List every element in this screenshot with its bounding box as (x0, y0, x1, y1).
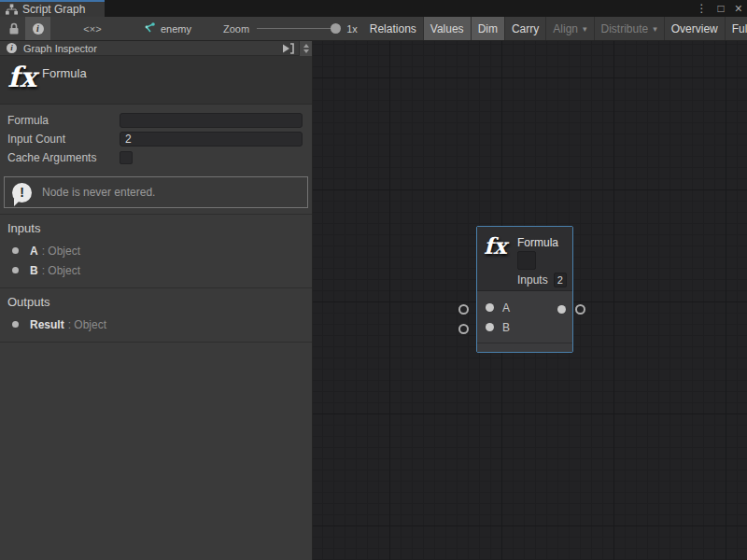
distribute-dropdown[interactable]: Distribute ▾ (594, 17, 664, 40)
input-count-input[interactable] (120, 132, 303, 147)
node-inputs-row: Inputs 2 (517, 273, 567, 287)
zoom-label: Zoom (223, 23, 249, 35)
cache-arguments-field-row: Cache Arguments (7, 148, 303, 167)
formula-node[interactable]: fx Formula Inputs 2 A B (476, 226, 573, 353)
chevron-down-icon: ▾ (583, 24, 587, 34)
dim-button[interactable]: Dim (471, 17, 504, 40)
warning-icon: ! (12, 183, 32, 203)
formula-node-title: Formula (517, 236, 558, 249)
formula-input[interactable] (120, 113, 303, 128)
graph-name: enemy (161, 23, 191, 35)
info-icon: i (33, 23, 44, 35)
graph-toolbar: i <×> enemy Zoom 1x Relations Values Dim… (0, 17, 747, 41)
formula-field-row: Formula (7, 111, 303, 130)
inspect-toggle-button[interactable]: i (25, 17, 50, 40)
graph-inspector-panel: i Graph Inspector fx Formula Formula Inp… (0, 41, 313, 560)
cache-arguments-label: Cache Arguments (7, 151, 120, 164)
port-dot-icon (12, 321, 19, 328)
port-type: : Object (42, 245, 80, 258)
port-type: : Object (42, 264, 80, 277)
formula-fx-icon: fx (484, 235, 507, 258)
script-graph-asset-icon (142, 22, 155, 35)
connection-socket-input-a[interactable] (458, 304, 469, 315)
distribute-label: Distribute (601, 22, 649, 35)
dock-icon (282, 43, 295, 54)
port-name: Result (30, 318, 64, 331)
node-settings-fields: Formula Input Count Cache Arguments (0, 105, 312, 167)
window-menu-icon[interactable]: ⋮ (697, 0, 708, 17)
warning-text: Node is never entered. (42, 186, 155, 199)
input-count-field-row: Input Count (7, 130, 303, 148)
node-inputs-count-input[interactable]: 2 (554, 273, 567, 287)
input-port-a[interactable] (486, 303, 494, 312)
input-port-b[interactable] (486, 323, 494, 331)
chevron-down-icon: ▾ (653, 24, 657, 34)
formula-field-label: Formula (7, 114, 120, 127)
dock-sidebar-button[interactable] (278, 41, 299, 56)
values-button[interactable]: Values (423, 17, 471, 40)
lock-icon (8, 22, 20, 35)
port-dot-icon (12, 247, 19, 254)
port-label: B (502, 321, 510, 334)
chevron-down-icon (303, 49, 309, 53)
connection-socket-input-b[interactable] (458, 324, 469, 334)
list-item: B : Object (0, 260, 312, 280)
close-icon[interactable]: × (735, 0, 742, 17)
node-footer (477, 343, 572, 352)
node-warning: ! Node is never entered. (4, 176, 308, 208)
output-port-result[interactable] (557, 305, 566, 314)
port-label: A (502, 301, 510, 315)
tab-bar: Script Graph ⋮ □ × (0, 0, 747, 17)
relations-button[interactable]: Relations (363, 17, 423, 40)
zoom-control: Zoom 1x (223, 17, 363, 40)
graph-tab-icon (6, 4, 18, 15)
graph-canvas[interactable]: fx Formula Inputs 2 A B (313, 41, 747, 560)
node-inputs-label: Inputs (517, 273, 548, 287)
toolbar-left-cluster: i <×> enemy Zoom 1x (0, 17, 363, 40)
list-item: Result : Object (0, 315, 312, 334)
tab-title: Script Graph (22, 3, 85, 16)
code-icon: <×> (83, 23, 101, 35)
inspector-title: Graph Inspector (23, 43, 278, 54)
inputs-section: Inputs A : Object B : Object (0, 215, 312, 287)
maximize-icon[interactable]: □ (718, 0, 725, 17)
port-name: A (30, 245, 38, 258)
window-controls: ⋮ □ × (697, 0, 742, 17)
zoom-slider[interactable] (257, 28, 339, 29)
zoom-value: 1x (346, 23, 358, 35)
inputs-section-title: Inputs (0, 215, 312, 241)
overview-button[interactable]: Overview (664, 17, 725, 40)
zoom-slider-handle[interactable] (331, 23, 341, 34)
port-name: B (30, 264, 38, 277)
info-icon: i (7, 43, 17, 53)
fullscreen-button[interactable]: Full Screen (725, 17, 747, 40)
port-dot-icon (12, 267, 19, 273)
connection-socket-output[interactable] (575, 304, 585, 315)
formula-node-header: fx Formula Inputs 2 (477, 227, 572, 291)
inspected-node-header: fx Formula (0, 56, 312, 105)
formula-inline-input[interactable] (517, 251, 536, 270)
carry-button[interactable]: Carry (504, 17, 545, 40)
outputs-section-title: Outputs (0, 288, 312, 315)
panel-height-stepper[interactable] (299, 41, 312, 56)
port-type: : Object (68, 318, 106, 331)
input-port-row-b: B (477, 317, 572, 337)
cache-arguments-checkbox[interactable] (120, 151, 133, 164)
code-view-button[interactable]: <×> (69, 17, 116, 40)
tab-script-graph[interactable]: Script Graph (0, 0, 105, 17)
chevron-up-icon (303, 44, 309, 48)
outputs-section: Outputs Result : Object (0, 288, 312, 342)
ports-sections: Inputs A : Object B : Object Outputs Res… (0, 214, 312, 343)
lock-button[interactable] (3, 17, 25, 40)
node-ports-area: A B (477, 291, 572, 337)
inspected-node-title: Formula (42, 66, 87, 80)
align-label: Align (553, 22, 578, 35)
list-item: A : Object (0, 241, 312, 260)
input-count-label: Input Count (7, 133, 120, 146)
graph-breadcrumb[interactable]: enemy (136, 17, 197, 40)
inspector-header-bar: i Graph Inspector (0, 41, 312, 56)
formula-fx-icon: fx (7, 63, 36, 91)
align-dropdown[interactable]: Align ▾ (545, 17, 593, 40)
